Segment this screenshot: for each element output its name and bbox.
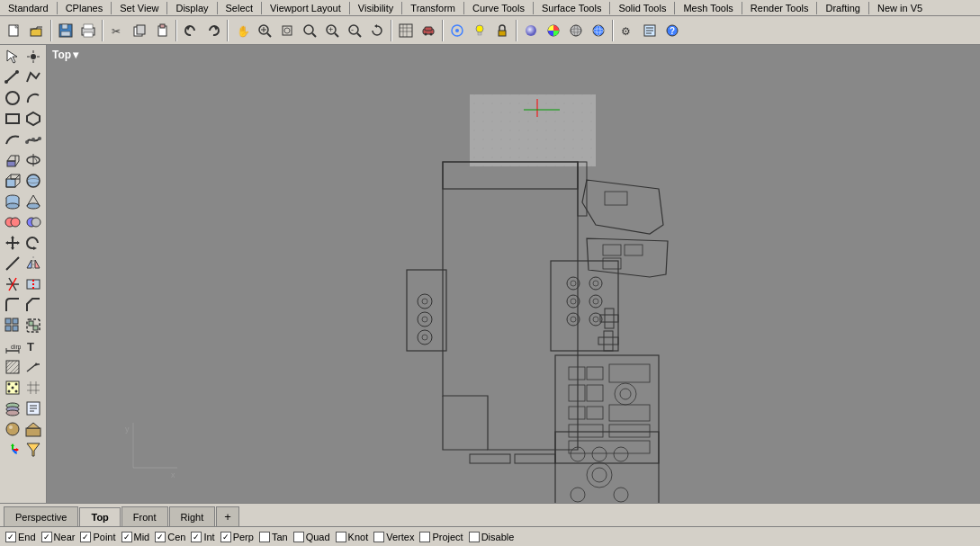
menu-transform[interactable]: Transform	[406, 2, 460, 14]
checkbox-vertex[interactable]	[373, 532, 384, 542]
point-tool[interactable]	[23, 47, 43, 67]
save-button[interactable]	[55, 20, 76, 41]
layer-button[interactable]	[3, 398, 22, 418]
cylinder-tool[interactable]	[3, 192, 22, 211]
sphere-button[interactable]	[565, 20, 587, 41]
status-quad[interactable]: Quad	[293, 532, 330, 542]
checkbox-disable[interactable]	[469, 532, 480, 542]
zoom-in-button[interactable]: +	[321, 20, 343, 41]
rotate-tool[interactable]	[23, 233, 43, 253]
checkbox-point[interactable]	[80, 532, 91, 542]
menu-display[interactable]: Display	[171, 2, 212, 14]
menu-mesh-tools[interactable]: Mesh Tools	[679, 2, 737, 14]
tab-add[interactable]: +	[216, 506, 239, 526]
mirror-tool[interactable]	[23, 254, 43, 273]
menu-surface-tools[interactable]: Surface Tools	[537, 2, 606, 14]
menu-visibility[interactable]: Visibility	[354, 2, 399, 14]
tab-top[interactable]: Top	[79, 507, 120, 527]
question-button[interactable]: ?	[661, 20, 683, 41]
paste-button[interactable]	[151, 20, 173, 41]
select-filter-button[interactable]	[23, 440, 43, 460]
hatch-tool[interactable]	[3, 357, 22, 377]
freeform-tool[interactable]	[3, 130, 22, 149]
polygon-tool[interactable]	[23, 109, 43, 129]
cone-tool[interactable]	[23, 192, 43, 211]
select-tool[interactable]	[3, 47, 22, 67]
grid-toggle[interactable]	[23, 378, 43, 398]
scale-tool[interactable]	[3, 254, 22, 273]
tab-front[interactable]: Front	[121, 506, 168, 526]
menu-solid-tools[interactable]: Solid Tools	[614, 2, 670, 14]
status-point[interactable]: Point	[80, 532, 115, 542]
checkbox-int[interactable]	[191, 532, 202, 542]
fillet-tool[interactable]	[3, 295, 22, 315]
status-mid[interactable]: Mid	[121, 532, 150, 542]
checkbox-project[interactable]	[419, 532, 430, 542]
revolve-tool[interactable]	[23, 150, 43, 170]
menu-render-tools[interactable]: Render Tools	[746, 2, 814, 14]
checkbox-knot[interactable]	[336, 532, 346, 542]
box-tool[interactable]	[3, 171, 22, 191]
lock-button[interactable]	[491, 20, 513, 41]
checkbox-quad[interactable]	[293, 532, 304, 542]
globe-button[interactable]	[588, 20, 609, 41]
pan-button[interactable]: ✋	[231, 20, 253, 41]
menu-new-in-v5[interactable]: New in V5	[873, 2, 927, 14]
leader-tool[interactable]	[23, 357, 43, 377]
text-tool[interactable]: T	[23, 336, 43, 356]
circle-tool[interactable]	[3, 88, 22, 108]
checkbox-perp[interactable]	[220, 532, 231, 542]
menu-curve-tools[interactable]: Curve Tools	[468, 2, 529, 14]
status-knot[interactable]: Knot	[336, 532, 369, 542]
status-vertex[interactable]: Vertex	[373, 532, 414, 542]
status-int[interactable]: Int	[191, 532, 214, 542]
dimension-tool[interactable]: dim	[3, 336, 22, 356]
checkbox-end[interactable]	[5, 532, 16, 542]
rotate-view-button[interactable]	[366, 20, 388, 41]
redo-button[interactable]	[202, 20, 224, 41]
new-button[interactable]	[4, 20, 25, 41]
light-bulb-button[interactable]	[469, 20, 490, 41]
material-assign-button[interactable]	[23, 419, 43, 439]
chamfer-tool[interactable]	[23, 295, 43, 315]
gumball-button[interactable]	[3, 440, 22, 460]
status-tan[interactable]: Tan	[259, 532, 288, 542]
material-button[interactable]	[520, 20, 542, 41]
cut-button[interactable]: ✂	[106, 20, 128, 41]
checkbox-cen[interactable]	[155, 532, 166, 542]
object-props-button[interactable]	[639, 20, 661, 41]
checkbox-near[interactable]	[41, 532, 52, 542]
viewport-grid-button[interactable]	[395, 20, 417, 41]
osnap-button[interactable]	[446, 20, 468, 41]
polyline-tool[interactable]	[23, 67, 43, 87]
trim-tool[interactable]	[3, 274, 22, 294]
menu-cplanes[interactable]: CPlanes	[61, 2, 108, 14]
sphere-tool[interactable]	[23, 171, 43, 191]
properties-button[interactable]	[23, 398, 43, 418]
menu-viewport-layout[interactable]: Viewport Layout	[265, 2, 346, 14]
status-end[interactable]: End	[5, 532, 36, 542]
status-disable[interactable]: Disable	[469, 532, 515, 542]
print-button[interactable]	[77, 20, 99, 41]
extrude-tool[interactable]	[3, 150, 22, 170]
boolean-union-tool[interactable]	[3, 212, 22, 232]
status-cen[interactable]: Cen	[155, 532, 185, 542]
undo-button[interactable]	[180, 20, 202, 41]
line-tool[interactable]	[3, 67, 22, 87]
spline-tool[interactable]	[23, 130, 43, 149]
arc-tool[interactable]	[23, 88, 43, 108]
menu-drafting[interactable]: Drafting	[821, 2, 865, 14]
open-button[interactable]	[26, 20, 48, 41]
split-tool[interactable]	[23, 274, 43, 294]
menu-standard[interactable]: Standard	[4, 2, 53, 14]
rectangle-tool[interactable]	[3, 109, 22, 129]
status-near[interactable]: Near	[41, 532, 76, 542]
status-project[interactable]: Project	[419, 532, 463, 542]
render-button[interactable]	[3, 419, 22, 439]
move-tool[interactable]	[3, 233, 22, 253]
color-wheel-button[interactable]	[543, 20, 564, 41]
checkbox-tan[interactable]	[259, 532, 270, 542]
group-tool[interactable]	[23, 316, 43, 336]
checkbox-mid[interactable]	[121, 532, 132, 542]
array-tool[interactable]	[3, 316, 22, 336]
